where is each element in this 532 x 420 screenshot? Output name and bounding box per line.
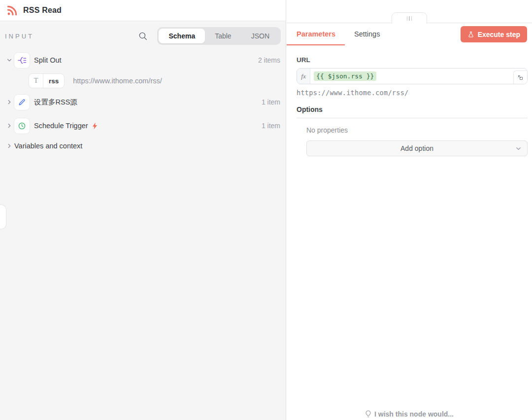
options-empty-text: No properties — [306, 126, 528, 134]
tree-row-set-node[interactable]: 设置多RSS源 1 item — [5, 94, 281, 110]
field-name: rss — [43, 74, 64, 88]
url-expression-input[interactable]: fx {{ $json.rss }} — [297, 68, 528, 84]
tree-row-variables-context[interactable]: Variables and context — [5, 139, 281, 153]
options-section: Options No properties Add option — [297, 105, 528, 156]
input-schema-tree: Split Out 2 items T rss https://www.itho… — [5, 45, 281, 153]
add-option-dropdown[interactable]: Add option — [306, 140, 528, 156]
tab-schema[interactable]: Schema — [159, 29, 205, 43]
item-count: 1 item — [262, 98, 281, 106]
execute-step-button[interactable]: Execute step — [461, 26, 527, 42]
node-name: Split Out — [34, 56, 62, 64]
tree-row-schedule-trigger[interactable]: Schedule Trigger 1 item — [5, 117, 281, 134]
rss-icon — [6, 5, 18, 16]
tab-table[interactable]: Table — [205, 29, 241, 43]
detail-tabs: Parameters Settings Execute step — [287, 23, 532, 45]
node-feedback-link[interactable]: I wish this node would... — [287, 409, 532, 420]
schedule-trigger-node-icon — [14, 118, 30, 134]
schema-field-rss[interactable]: T rss https://www.ithome.com/rss/ — [29, 73, 281, 89]
panel-drag-handle[interactable] — [392, 12, 427, 24]
expand-expression-icon[interactable] — [513, 70, 527, 84]
item-count: 1 item — [262, 122, 281, 130]
fx-icon: fx — [297, 69, 310, 84]
parameters-panel: Parameters Settings Execute step URL fx … — [287, 0, 532, 420]
node-title: RSS Read — [23, 6, 62, 15]
node-name: 设置多RSS源 — [34, 98, 77, 107]
trigger-bolt-icon — [92, 122, 98, 130]
chevron-right-icon[interactable] — [5, 123, 14, 129]
expression-evaluated-result: https://www.ithome.com/rss/ — [297, 89, 528, 97]
string-type-icon: T — [29, 74, 43, 88]
tab-json[interactable]: JSON — [241, 29, 279, 43]
options-heading: Options — [297, 105, 528, 118]
url-field-label: URL — [297, 56, 528, 64]
parameters-content: URL fx {{ $json.rss }} https://www.ithom… — [287, 45, 532, 156]
input-panel: RSS Read INPUT Schema Table JSON — [0, 0, 286, 420]
tree-row-split-out[interactable]: Split Out 2 items — [5, 52, 281, 69]
node-name: Variables and context — [14, 142, 82, 150]
chevron-right-icon[interactable] — [5, 143, 14, 149]
field-value: https://www.ithome.com/rss/ — [73, 77, 162, 85]
input-panel-label: INPUT — [5, 33, 34, 40]
edit-fields-node-icon — [14, 95, 30, 110]
chevron-right-icon[interactable] — [5, 99, 14, 105]
panel-resize-handle[interactable] — [0, 205, 6, 229]
tab-settings[interactable]: Settings — [345, 23, 389, 45]
chevron-down-icon[interactable] — [5, 57, 14, 63]
flask-icon — [467, 31, 474, 38]
search-icon[interactable] — [136, 30, 149, 42]
node-detail-view: RSS Read INPUT Schema Table JSON — [0, 0, 532, 420]
display-mode-toggle: Schema Table JSON — [157, 27, 281, 45]
field-pill[interactable]: T rss — [29, 73, 65, 88]
input-panel-body: INPUT Schema Table JSON — [0, 21, 286, 420]
tab-parameters[interactable]: Parameters — [287, 23, 345, 45]
feedback-text: I wish this node would... — [374, 410, 454, 418]
lightbulb-icon — [365, 410, 371, 418]
input-toolbar: INPUT Schema Table JSON — [5, 27, 281, 45]
split-out-node-icon — [14, 53, 30, 68]
item-count: 2 items — [258, 56, 281, 64]
node-name: Schedule Trigger — [34, 122, 88, 130]
expression-value[interactable]: {{ $json.rss }} — [314, 71, 376, 81]
chevron-down-icon — [515, 145, 522, 153]
node-header: RSS Read — [0, 0, 286, 21]
